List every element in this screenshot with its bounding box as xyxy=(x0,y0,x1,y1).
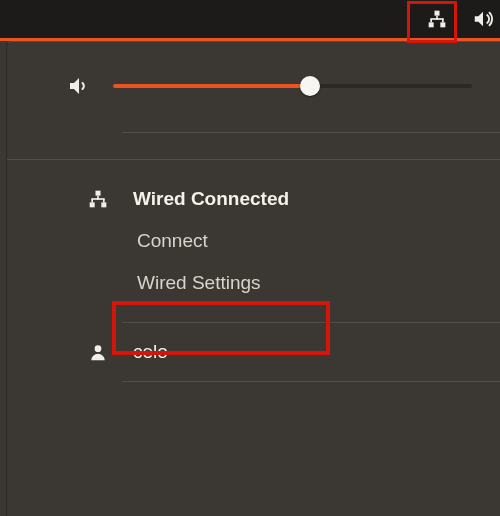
svg-rect-5 xyxy=(430,19,432,22)
slider-thumb[interactable] xyxy=(300,76,320,96)
user-icon xyxy=(88,342,108,362)
volume-row xyxy=(7,42,500,132)
svg-rect-9 xyxy=(101,202,106,207)
menu-item-label: Wired Settings xyxy=(137,272,261,294)
network-wired-icon xyxy=(427,9,447,29)
volume-slider[interactable] xyxy=(113,76,472,96)
user-name-label: celo xyxy=(133,341,168,363)
network-connect-item[interactable]: Connect xyxy=(7,220,500,262)
svg-rect-0 xyxy=(435,11,440,16)
user-row[interactable]: celo xyxy=(7,331,500,373)
svg-rect-4 xyxy=(430,18,443,20)
volume-tray-button[interactable] xyxy=(460,0,500,38)
system-menu: Wired Connected Connect Wired Settings c… xyxy=(6,41,500,516)
svg-rect-13 xyxy=(103,199,105,202)
volume-icon xyxy=(472,8,494,30)
volume-speaker-icon xyxy=(67,74,91,98)
svg-rect-8 xyxy=(90,202,95,207)
svg-rect-6 xyxy=(442,19,444,22)
network-status-row[interactable]: Wired Connected xyxy=(7,178,500,220)
slider-fill xyxy=(113,84,310,88)
svg-rect-2 xyxy=(440,22,445,27)
svg-rect-1 xyxy=(429,22,434,27)
network-section: Wired Connected Connect Wired Settings xyxy=(7,160,500,322)
svg-point-14 xyxy=(95,345,102,352)
svg-rect-12 xyxy=(91,199,93,202)
user-section: celo xyxy=(7,323,500,381)
svg-rect-7 xyxy=(96,191,101,196)
separator xyxy=(122,381,500,382)
network-wired-icon xyxy=(88,189,108,209)
network-settings-item[interactable]: Wired Settings xyxy=(7,262,500,304)
system-tray xyxy=(0,0,500,38)
menu-item-label: Connect xyxy=(137,230,208,252)
network-tray-button[interactable] xyxy=(414,0,460,38)
svg-rect-11 xyxy=(91,198,104,200)
network-status-label: Wired Connected xyxy=(133,188,289,210)
